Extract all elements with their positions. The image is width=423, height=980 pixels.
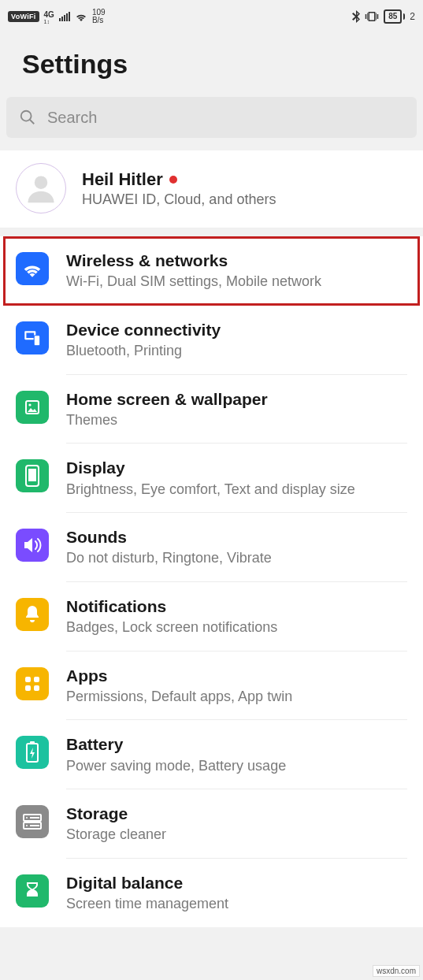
item-sub: Power saving mode, Battery usage	[66, 757, 407, 775]
bell-tile-icon	[16, 598, 49, 631]
item-title: Battery	[66, 734, 407, 755]
item-apps[interactable]: Apps Permissions, Default apps, App twin	[0, 651, 423, 721]
item-sub: Do not disturb, Ringtone, Vibrate	[66, 549, 407, 567]
search-icon	[19, 109, 36, 126]
svg-point-18	[26, 817, 28, 819]
wallpaper-tile-icon	[16, 391, 49, 424]
item-storage[interactable]: Storage Storage cleaner	[0, 789, 423, 859]
item-title: Digital balance	[66, 873, 407, 893]
item-sub: Wi-Fi, Dual SIM settings, Mobile network	[66, 273, 407, 291]
search-section	[0, 97, 423, 150]
network-speed: 109 B/s	[92, 9, 106, 25]
item-title: Apps	[66, 666, 407, 686]
item-sounds[interactable]: Sounds Do not disturb, Ringtone, Vibrate	[0, 513, 423, 582]
item-title: Notifications	[66, 596, 407, 617]
svg-rect-4	[34, 336, 40, 346]
svg-rect-9	[28, 469, 36, 481]
settings-list: Wireless & networks Wi-Fi, Dual SIM sett…	[0, 236, 423, 927]
item-battery[interactable]: Battery Power saving mode, Battery usage	[0, 720, 423, 789]
item-device-connectivity[interactable]: Device connectivity Bluetooth, Printing	[0, 306, 423, 375]
search-input[interactable]	[47, 109, 404, 127]
signal-bars-icon	[59, 12, 70, 21]
person-icon	[24, 171, 58, 206]
item-sub: Storage cleaner	[66, 826, 407, 844]
svg-rect-15	[30, 741, 35, 744]
item-title: Sounds	[66, 527, 407, 548]
item-home-screen-wallpaper[interactable]: Home screen & wallpaper Themes	[0, 375, 423, 444]
item-digital-balance[interactable]: Digital balance Screen time management	[0, 859, 423, 927]
page-title: Settings	[0, 33, 423, 97]
battery-tile-icon	[16, 736, 49, 769]
sound-tile-icon	[16, 529, 49, 562]
vibrate-icon	[365, 10, 379, 23]
svg-point-0	[21, 111, 32, 121]
speed-unit: B/s	[92, 17, 106, 25]
battery-level: 85	[384, 9, 402, 24]
devices-tile-icon	[16, 321, 49, 355]
svg-point-7	[28, 403, 31, 406]
item-title: Home screen & wallpaper	[66, 389, 407, 410]
bluetooth-icon	[352, 10, 360, 23]
network-sub: 1↕	[44, 19, 54, 24]
item-title: Wireless & networks	[66, 251, 407, 271]
battery-cap-icon	[403, 13, 405, 20]
svg-rect-5	[26, 332, 34, 338]
item-title: Device connectivity	[66, 320, 407, 340]
profile-text: Heil Hitler HUAWEI ID, Cloud, and others	[82, 169, 276, 208]
profile-row[interactable]: Heil Hitler HUAWEI ID, Cloud, and others	[0, 150, 423, 228]
svg-point-2	[35, 176, 48, 189]
item-title: Display	[66, 458, 407, 478]
item-notifications[interactable]: Notifications Badges, Lock screen notifi…	[0, 582, 423, 651]
item-display[interactable]: Display Brightness, Eye comfort, Text an…	[0, 444, 423, 513]
svg-rect-11	[34, 677, 39, 682]
wifi-tile-icon	[16, 252, 49, 285]
profile-name: Heil Hitler	[82, 169, 163, 190]
svg-point-19	[26, 825, 28, 826]
avatar	[16, 163, 66, 213]
item-sub: Bluetooth, Printing	[66, 342, 407, 360]
status-bar: VoWiFi 4G 1↕ 109 B/s 85 2	[0, 0, 423, 33]
network-type: 4G	[44, 10, 54, 19]
status-left: VoWiFi 4G 1↕ 109 B/s	[8, 9, 106, 25]
storage-tile-icon	[16, 805, 49, 838]
section-gap	[0, 228, 423, 236]
network-type-indicator: 4G 1↕	[44, 9, 54, 24]
item-sub: Themes	[66, 411, 407, 429]
status-tail: 2	[410, 11, 415, 22]
notification-dot-icon	[169, 176, 177, 184]
item-title: Storage	[66, 804, 407, 824]
item-sub: Badges, Lock screen notifications	[66, 618, 407, 637]
search-bar[interactable]	[6, 97, 417, 138]
profile-sub: HUAWEI ID, Cloud, and others	[82, 191, 276, 208]
status-right: 85 2	[352, 9, 415, 24]
hourglass-tile-icon	[16, 874, 49, 908]
svg-rect-20	[30, 817, 39, 819]
apps-tile-icon	[16, 667, 49, 700]
item-sub: Permissions, Default apps, App twin	[66, 688, 407, 706]
battery-indicator: 85	[384, 9, 405, 24]
item-wireless-networks[interactable]: Wireless & networks Wi-Fi, Dual SIM sett…	[0, 236, 423, 306]
svg-rect-13	[34, 685, 39, 691]
svg-rect-12	[25, 685, 31, 691]
svg-line-1	[30, 120, 35, 124]
display-tile-icon	[16, 459, 49, 492]
vowifi-badge: VoWiFi	[8, 11, 39, 22]
item-sub: Screen time management	[66, 895, 407, 913]
svg-rect-21	[30, 825, 39, 826]
svg-rect-10	[25, 677, 31, 682]
item-sub: Brightness, Eye comfort, Text and displa…	[66, 481, 407, 499]
wifi-icon	[75, 12, 87, 21]
